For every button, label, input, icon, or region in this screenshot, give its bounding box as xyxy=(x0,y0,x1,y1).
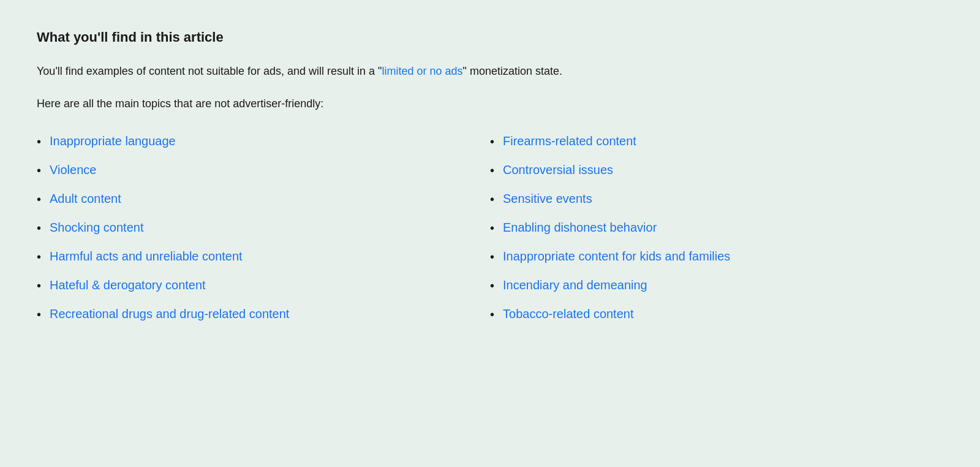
left-list-link-1[interactable]: Violence xyxy=(50,161,96,178)
left-list-item: Inappropriate language xyxy=(37,132,490,150)
left-list-item: Violence xyxy=(37,161,490,179)
right-list-column: Firearms-related contentControversial is… xyxy=(490,132,943,334)
right-list-item: Incendiary and demeaning xyxy=(490,276,943,294)
left-list-item: Recreational drugs and drug-related cont… xyxy=(37,305,490,323)
left-list-item: Shocking content xyxy=(37,219,490,237)
right-list-item: Sensitive events xyxy=(490,190,943,208)
left-list-link-4[interactable]: Harmful acts and unreliable content xyxy=(50,248,243,265)
right-list-link-4[interactable]: Inappropriate content for kids and famil… xyxy=(503,248,730,265)
intro-paragraph: You'll find examples of content not suit… xyxy=(37,63,943,80)
left-list-link-3[interactable]: Shocking content xyxy=(50,219,143,236)
intro-text-after-link: " monetization state. xyxy=(463,65,562,77)
right-list-link-0[interactable]: Firearms-related content xyxy=(503,132,636,150)
right-list-item: Inappropriate content for kids and famil… xyxy=(490,248,943,265)
left-list-column: Inappropriate languageViolenceAdult cont… xyxy=(37,132,490,334)
right-list-link-5[interactable]: Incendiary and demeaning xyxy=(503,276,647,294)
left-list-item: Harmful acts and unreliable content xyxy=(37,248,490,265)
left-topic-list: Inappropriate languageViolenceAdult cont… xyxy=(37,132,490,323)
left-list-link-0[interactable]: Inappropriate language xyxy=(50,132,176,150)
right-list-item: Tobacco-related content xyxy=(490,305,943,323)
right-list-link-2[interactable]: Sensitive events xyxy=(503,190,592,207)
intro-text-before-link: You'll find examples of content not suit… xyxy=(37,65,382,77)
right-list-item: Enabling dishonest behavior xyxy=(490,219,943,237)
right-topic-list: Firearms-related contentControversial is… xyxy=(490,132,943,323)
left-list-link-5[interactable]: Hateful & derogatory content xyxy=(50,276,206,294)
right-list-link-3[interactable]: Enabling dishonest behavior xyxy=(503,219,657,236)
left-list-link-6[interactable]: Recreational drugs and drug-related cont… xyxy=(50,305,289,322)
topics-intro-text: Here are all the main topics that are no… xyxy=(37,95,943,113)
left-list-item: Adult content xyxy=(37,190,490,208)
article-title: What you'll find in this article xyxy=(37,29,943,45)
limited-or-no-ads-link[interactable]: limited or no ads xyxy=(382,65,462,77)
topics-lists-container: Inappropriate languageViolenceAdult cont… xyxy=(37,132,943,334)
left-list-item: Hateful & derogatory content xyxy=(37,276,490,294)
right-list-link-6[interactable]: Tobacco-related content xyxy=(503,305,633,322)
right-list-link-1[interactable]: Controversial issues xyxy=(503,161,613,178)
right-list-item: Controversial issues xyxy=(490,161,943,179)
left-list-link-2[interactable]: Adult content xyxy=(50,190,121,207)
right-list-item: Firearms-related content xyxy=(490,132,943,150)
